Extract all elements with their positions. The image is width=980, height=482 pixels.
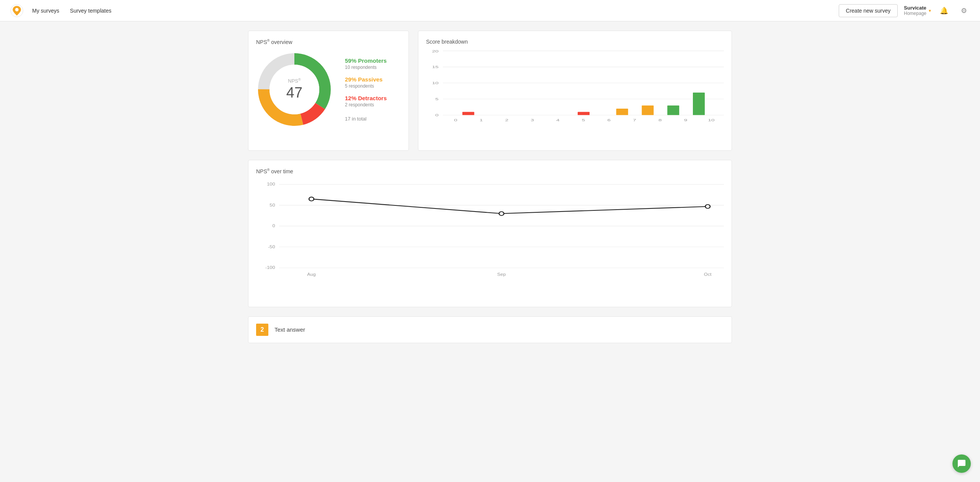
user-menu[interactable]: Survicate Homepage ▾ — [904, 5, 931, 16]
user-info: Survicate Homepage — [904, 5, 926, 16]
svg-text:2: 2 — [505, 118, 509, 122]
svg-point-46 — [705, 204, 710, 208]
donut-center: NPS® 47 — [286, 77, 302, 101]
donut-chart: NPS® 47 — [256, 51, 333, 128]
nps-overview-title: NPS® overview — [256, 39, 401, 45]
survey-templates-link[interactable]: Survey templates — [70, 6, 111, 15]
svg-rect-28 — [642, 106, 653, 115]
user-sub: Homepage — [904, 11, 926, 16]
svg-text:8: 8 — [658, 118, 662, 122]
svg-text:-100: -100 — [265, 265, 275, 270]
nav-links: My surveys Survey templates — [32, 6, 839, 15]
svg-point-1 — [15, 8, 19, 11]
navbar: My surveys Survey templates Create new s… — [0, 0, 980, 21]
nps-center-value: 47 — [286, 84, 302, 101]
detractors-legend: 12% Detractors 2 respondents — [345, 95, 387, 107]
promoters-pct: 59% Promoters — [345, 57, 387, 64]
text-answer-label: Text answer — [274, 326, 305, 333]
passives-respondents: 5 respondents — [345, 83, 387, 89]
svg-text:0: 0 — [454, 118, 457, 122]
bell-icon: 🔔 — [940, 7, 948, 15]
nps-legend: 59% Promoters 10 respondents 29% Passive… — [345, 57, 387, 122]
score-breakdown-card: Score breakdown 20 15 10 5 0 — [418, 31, 732, 151]
svg-text:100: 100 — [267, 182, 275, 186]
svg-text:7: 7 — [633, 118, 636, 122]
svg-text:1: 1 — [480, 118, 483, 122]
text-answer-section: 2 Text answer — [248, 316, 732, 343]
svg-rect-26 — [616, 109, 628, 115]
svg-text:Aug: Aug — [307, 272, 316, 277]
svg-text:10: 10 — [432, 81, 438, 85]
detractors-respondents: 2 respondents — [345, 102, 387, 107]
svg-text:3: 3 — [531, 118, 534, 122]
svg-text:Oct: Oct — [704, 272, 712, 277]
svg-text:0: 0 — [435, 113, 439, 117]
gear-icon: ⚙ — [961, 7, 967, 15]
svg-rect-30 — [667, 106, 679, 115]
svg-text:-50: -50 — [268, 245, 275, 249]
svg-rect-23 — [578, 112, 590, 115]
svg-text:9: 9 — [684, 118, 688, 122]
nps-overview-body: NPS® 47 59% Promoters 10 respondents 29%… — [256, 51, 401, 128]
svg-rect-32 — [693, 93, 705, 115]
svg-text:5: 5 — [582, 118, 585, 122]
detractors-pct: 12% Detractors — [345, 95, 387, 101]
nps-center-label: NPS® — [286, 77, 302, 84]
svg-text:50: 50 — [270, 203, 275, 207]
main-content: NPS® overview — [237, 21, 743, 352]
nps-over-time-title: NPS® over time — [256, 168, 724, 174]
chat-bubble-button[interactable] — [952, 454, 971, 473]
svg-text:5: 5 — [435, 97, 439, 101]
navbar-actions: Create new survey Survicate Homepage ▾ 🔔… — [839, 4, 971, 18]
my-surveys-link[interactable]: My surveys — [32, 6, 59, 15]
nps-over-time-card: NPS® over time 100 50 0 -50 -100 — [248, 160, 732, 307]
svg-point-44 — [309, 197, 314, 201]
notifications-button[interactable]: 🔔 — [937, 4, 951, 18]
svg-point-45 — [499, 212, 504, 215]
svg-rect-18 — [462, 112, 474, 115]
total-respondents: 17 in total — [345, 116, 387, 122]
passives-legend: 29% Passives 5 respondents — [345, 76, 387, 89]
svg-text:20: 20 — [432, 49, 438, 53]
svg-text:Sep: Sep — [497, 272, 506, 277]
svg-text:6: 6 — [608, 118, 611, 122]
user-name: Survicate — [904, 5, 926, 11]
nps-overview-card: NPS® overview — [248, 31, 409, 151]
chat-icon — [957, 459, 966, 468]
promoters-legend: 59% Promoters 10 respondents — [345, 57, 387, 70]
chevron-down-icon: ▾ — [929, 8, 931, 13]
settings-button[interactable]: ⚙ — [957, 4, 971, 18]
svg-text:4: 4 — [556, 118, 560, 122]
svg-text:15: 15 — [432, 65, 438, 69]
top-cards-row: NPS® overview — [248, 31, 732, 151]
score-breakdown-title: Score breakdown — [426, 39, 724, 45]
svg-text:0: 0 — [272, 224, 275, 228]
promoters-respondents: 10 respondents — [345, 65, 387, 70]
svg-text:10: 10 — [708, 118, 714, 122]
passives-pct: 29% Passives — [345, 76, 387, 83]
create-new-survey-button[interactable]: Create new survey — [839, 4, 898, 17]
text-answer-number: 2 — [256, 324, 268, 336]
logo[interactable] — [9, 3, 24, 18]
